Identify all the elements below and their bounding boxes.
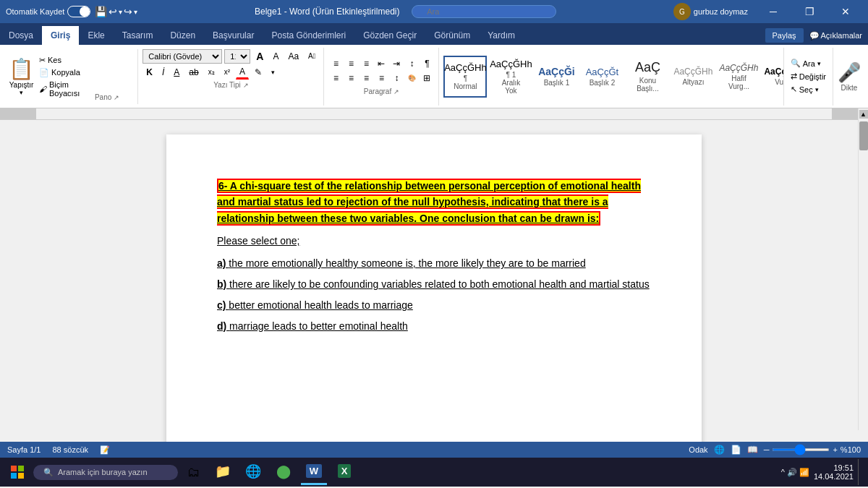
sort-button[interactable]: ↕	[404, 57, 419, 70]
autosave-toggle[interactable]	[67, 6, 90, 17]
minimize-button[interactable]: ─	[757, 0, 790, 23]
underline-button[interactable]: A	[170, 65, 183, 80]
paste-button[interactable]: 📋 Yapıştır ▾	[9, 51, 34, 103]
zoom-out-button[interactable]: ─	[764, 445, 770, 454]
style-emphasis[interactable]: AaÇçĞHh Vurgu	[762, 56, 783, 98]
taskbar-excel-app[interactable]: X	[331, 459, 357, 485]
replace-button[interactable]: ⇄ Değiştir	[788, 71, 828, 82]
style-light-emphasis[interactable]: AaÇçĞHh Hafif Vurg...	[717, 56, 760, 98]
tab-tasarim[interactable]: Tasarım	[114, 26, 162, 45]
font-group-label: Yazı Tipi ↗	[142, 81, 319, 89]
font-size-select[interactable]: 11	[224, 49, 250, 64]
clear-format-button[interactable]: A⃝	[305, 49, 319, 64]
change-case-button[interactable]: Aa	[284, 49, 302, 64]
decrease-indent-button[interactable]: ⇤	[374, 57, 388, 70]
show-desktop-button[interactable]	[858, 459, 862, 485]
style-heading1[interactable]: AaÇçĞi Başlık 1	[535, 56, 578, 98]
find-button[interactable]: 🔍 Ara ▾	[788, 58, 828, 69]
font-name-select[interactable]: Calibri (Gövde)	[142, 49, 222, 64]
style-heading2[interactable]: AaÇçĞt Başlık 2	[580, 56, 624, 98]
answer-a-letter: a)	[217, 257, 229, 269]
highlight-button[interactable]: ✎	[251, 65, 265, 80]
tab-basvurular[interactable]: Başvurular	[204, 26, 263, 45]
status-right: Odak 🌐 📄 📖 ─ + %100	[689, 445, 861, 455]
style-normal-preview: AaÇçĞHh	[444, 62, 487, 73]
tab-yardim[interactable]: Yardım	[479, 26, 524, 45]
taskbar-search[interactable]: 🔍 Aramak için buraya yazın	[33, 465, 178, 480]
user-avatar: G	[673, 3, 691, 20]
line-spacing-button[interactable]: ↕	[389, 72, 404, 85]
borders-button[interactable]: ⊞	[420, 72, 434, 85]
italic-button[interactable]: İ	[158, 65, 168, 80]
bullets-button[interactable]: ≡	[328, 57, 343, 70]
window-title: Belge1 - Word (Ürün Etkinleştirilmedi)	[137, 5, 673, 18]
bold-button[interactable]: K	[142, 65, 156, 80]
find-dropdown-icon[interactable]: ▾	[817, 60, 821, 67]
undo-icon[interactable]: ↩	[109, 6, 117, 17]
taskbar-edge-app[interactable]: 🌐	[240, 459, 266, 485]
shading-button[interactable]: 🎨	[404, 72, 419, 85]
font-color-button[interactable]: A	[236, 65, 249, 80]
cut-button[interactable]: ✂ Kes	[37, 55, 82, 66]
scrollbar[interactable]: ▲	[858, 120, 868, 430]
align-right-button[interactable]: ≡	[359, 72, 373, 85]
tab-gorunum[interactable]: Görünüm	[425, 26, 479, 45]
view-print-icon[interactable]: 📄	[731, 445, 741, 455]
dictate-button[interactable]: 🎤 Dikte	[838, 61, 861, 92]
view-read-icon[interactable]: 📖	[747, 445, 758, 455]
subscript-button[interactable]: x₂	[205, 65, 218, 80]
tab-ekle[interactable]: Ekle	[79, 26, 113, 45]
document-text[interactable]: 6- A chi-square test of the relationship…	[217, 178, 651, 334]
zoom-percent[interactable]: %100	[841, 445, 861, 454]
save-icon[interactable]: 💾	[95, 6, 107, 17]
taskbar-chrome-app[interactable]: ⬤	[271, 459, 297, 485]
increase-indent-button[interactable]: ⇥	[389, 57, 404, 70]
close-button[interactable]: ✕	[829, 0, 862, 23]
task-view-button[interactable]: 🗂	[182, 461, 205, 484]
copy-button[interactable]: 📄 Kopyala	[37, 67, 82, 78]
align-center-button[interactable]: ≡	[344, 72, 358, 85]
multilevel-button[interactable]: ≡	[359, 57, 373, 70]
windows-logo-icon	[11, 466, 24, 479]
proofing-icon[interactable]: 📝	[100, 445, 110, 455]
comments-button[interactable]: 💬 Açıklamalar	[809, 31, 862, 40]
tab-dosya[interactable]: Dosya	[0, 26, 42, 45]
undo-dropdown-icon[interactable]: ▾	[119, 8, 122, 16]
answer-d-text: marriage leads to better emotinal health	[229, 320, 408, 332]
style-topic[interactable]: AaÇ Konu Başlı...	[626, 56, 669, 98]
start-button[interactable]	[6, 461, 29, 484]
style-topic-preview: AaÇ	[635, 60, 660, 75]
zoom-slider[interactable]	[772, 448, 830, 451]
tab-posta[interactable]: Posta Gönderimleri	[263, 26, 354, 45]
strikethrough-button[interactable]: ab	[185, 65, 202, 80]
restore-button[interactable]: ❐	[793, 0, 826, 23]
style-no-spacing[interactable]: AaÇçĞHh ¶ 1 Aralık Yok	[489, 56, 532, 98]
style-normal[interactable]: AaÇçĞHh ¶ Normal	[443, 56, 487, 98]
paste-dropdown-icon[interactable]: ▾	[20, 89, 23, 96]
view-web-icon[interactable]: 🌐	[714, 445, 725, 455]
taskbar-explorer-app[interactable]: 📁	[210, 459, 236, 485]
select-dropdown-icon[interactable]: ▾	[815, 86, 819, 93]
format-paint-button[interactable]: 🖌 Biçim Boyacısı	[37, 80, 82, 98]
tab-giris[interactable]: Giriş	[42, 26, 79, 45]
zoom-in-button[interactable]: +	[833, 445, 837, 454]
style-subtitle[interactable]: AaÇçĞHh Altyazı	[671, 56, 715, 98]
font-color-dropdown[interactable]: ▾	[268, 65, 278, 80]
tab-duzen[interactable]: Düzen	[161, 26, 204, 45]
view-mode[interactable]: Odak	[689, 445, 707, 454]
select-button[interactable]: ↖ Seç ▾	[788, 84, 828, 95]
pilcrow-button[interactable]: ¶	[420, 57, 434, 70]
search-bar-title[interactable]	[412, 5, 556, 18]
justify-button[interactable]: ≡	[374, 72, 388, 85]
redo-icon[interactable]: ↪	[124, 6, 132, 17]
taskbar-word-app[interactable]: W	[301, 459, 327, 485]
align-left-button[interactable]: ≡	[328, 72, 343, 85]
share-button[interactable]: Paylaş	[765, 28, 804, 43]
numbering-button[interactable]: ≡	[344, 57, 358, 70]
page-info: Sayfa 1/1	[7, 445, 41, 455]
increase-font-button[interactable]: A	[252, 49, 267, 64]
tab-gozden[interactable]: Gözden Geçir	[354, 26, 425, 45]
scroll-thumb[interactable]	[859, 121, 868, 150]
decrease-font-button[interactable]: A	[269, 49, 282, 64]
superscript-button[interactable]: x²	[221, 65, 234, 80]
